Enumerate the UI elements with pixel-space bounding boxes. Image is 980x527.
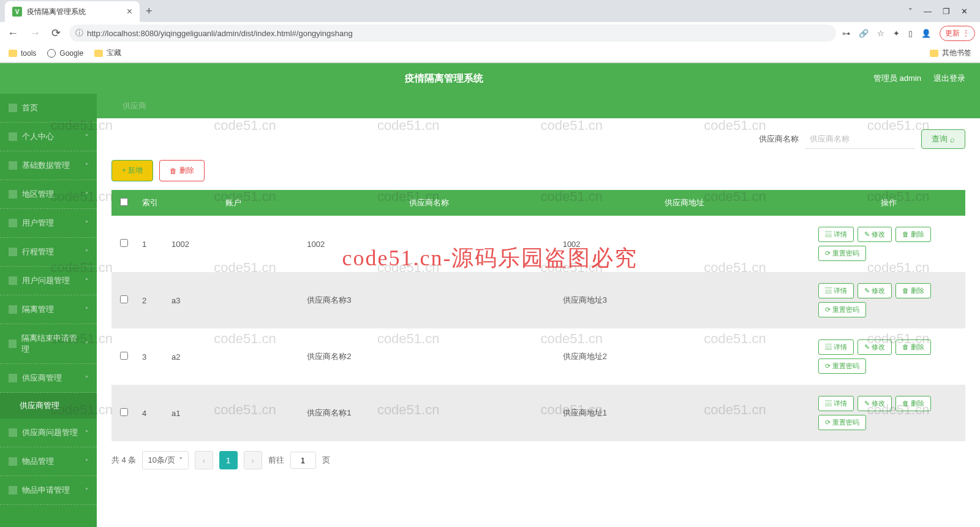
detail-button[interactable]: ▤ 详情 (818, 283, 854, 298)
prev-page-button[interactable]: ‹ (195, 451, 213, 469)
new-tab-button[interactable]: + (140, 5, 159, 18)
user-icon (9, 132, 17, 141)
reload-button[interactable]: ⟳ (49, 26, 63, 40)
sidebar-item-basedata[interactable]: 基础数据管理˅ (0, 151, 97, 180)
bookmark-other[interactable]: 其他书签 (930, 48, 971, 58)
chevron-down-icon: ˅ (85, 458, 88, 465)
box-icon (9, 457, 17, 466)
update-button[interactable]: 更新 ⋮ (940, 26, 975, 41)
row-delete-button[interactable]: 🗑 删除 (895, 227, 931, 242)
content: 供应商 供应商名称 查询⌕ + 新增 🗑删除 索引 账户 供应商名称 供应 (97, 94, 980, 527)
edit-button[interactable]: ✎ 修改 (858, 339, 892, 355)
th-address: 供应商地址 (557, 190, 812, 216)
browser-tab[interactable]: V 疫情隔离管理系统 × (5, 1, 140, 22)
pager-total: 共 4 条 (111, 455, 136, 466)
extension-icon[interactable]: ✦ (893, 29, 900, 38)
search-input[interactable] (805, 129, 915, 149)
user-label[interactable]: 管理员 admin (873, 73, 921, 84)
map-icon (9, 190, 17, 199)
edit-button[interactable]: ✎ 修改 (858, 283, 892, 298)
table-row: 2 a3 供应商名称3 供应商地址3 ▤ 详情 ✎ 修改 🗑 删除 ⟳ 重置密码 (111, 272, 965, 328)
sidebar-item-supplier[interactable]: 供应商管理˄ (0, 364, 97, 393)
back-button[interactable]: ← (5, 27, 21, 40)
reset-password-button[interactable]: ⟳ 重置密码 (818, 358, 866, 374)
delete-button[interactable]: 🗑删除 (159, 160, 205, 181)
th-name: 供应商名称 (301, 190, 556, 216)
sidebar-item-userq[interactable]: 用户问题管理˅ (0, 267, 97, 295)
bookmark-google[interactable]: Google (47, 49, 83, 58)
goto-input[interactable] (290, 452, 316, 469)
row-delete-button[interactable]: 🗑 删除 (895, 396, 931, 411)
page-unit: 页 (322, 455, 330, 466)
check-icon (9, 339, 17, 348)
bookmark-baozang[interactable]: 宝藏 (94, 48, 121, 58)
chevron-down-icon: ˅ (85, 278, 88, 284)
reset-password-button[interactable]: ⟳ 重置密码 (818, 415, 866, 430)
users-icon (9, 219, 17, 227)
star-icon[interactable]: ☆ (877, 29, 884, 38)
cell-account: 1002 (165, 216, 301, 272)
globe-icon (47, 49, 56, 58)
query-button[interactable]: 查询⌕ (921, 129, 965, 149)
row-checkbox[interactable] (120, 352, 128, 360)
cell-address: 1002 (557, 216, 812, 272)
edit-button[interactable]: ✎ 修改 (858, 396, 892, 411)
row-delete-button[interactable]: 🗑 删除 (895, 283, 931, 298)
bookmarks-bar: tools Google 宝藏 其他书签 (0, 44, 980, 63)
panel: 供应商名称 查询⌕ + 新增 🗑删除 索引 账户 供应商名称 供应商地址 操作 (97, 118, 980, 527)
detail-button[interactable]: ▤ 详情 (818, 396, 854, 411)
reset-password-button[interactable]: ⟳ 重置密码 (818, 246, 866, 261)
reset-password-button[interactable]: ⟳ 重置密码 (818, 302, 866, 317)
sidebar-item-travel[interactable]: 行程管理˅ (0, 238, 97, 267)
cell-index: 4 (136, 385, 165, 441)
checkbox-all[interactable] (120, 198, 128, 206)
vue-icon: V (12, 7, 22, 17)
row-delete-button[interactable]: 🗑 删除 (895, 339, 931, 355)
info-icon[interactable]: ⓘ (75, 28, 83, 39)
close-tab-icon[interactable]: × (127, 6, 132, 17)
address-bar[interactable]: ⓘ http://localhost:8080/yiqinggeliguanli… (69, 25, 836, 42)
breadcrumb: 供应商 (97, 94, 980, 118)
sidebar-item-itemapply[interactable]: 物品申请管理˅ (0, 476, 97, 505)
sidebar-sub-supplier[interactable]: 供应商管理 (0, 393, 97, 419)
url-text: http://localhost:8080/yiqinggeliguanli/a… (87, 29, 353, 38)
minimize-icon[interactable]: — (924, 7, 932, 16)
sidebar-item-region[interactable]: 地区管理˅ (0, 180, 97, 209)
trash-icon: 🗑 (170, 167, 177, 175)
edit-button[interactable]: ✎ 修改 (858, 227, 892, 242)
logout-button[interactable]: 退出登录 (933, 73, 965, 84)
search-label: 供应商名称 (759, 134, 799, 145)
cell-address: 供应商地址1 (557, 385, 812, 441)
detail-button[interactable]: ▤ 详情 (818, 227, 854, 242)
table-row: 3 a2 供应商名称2 供应商地址2 ▤ 详情 ✎ 修改 🗑 删除 ⟳ 重置密码 (111, 328, 965, 385)
sidebar-item-isolateend[interactable]: 隔离结束申请管理˅ (0, 324, 97, 364)
add-button[interactable]: + 新增 (111, 160, 153, 181)
row-checkbox[interactable] (120, 295, 128, 303)
sidebar-item-profile[interactable]: 个人中心˅ (0, 123, 97, 151)
next-page-button[interactable]: › (244, 451, 262, 469)
sidebar-item-users[interactable]: 用户管理˅ (0, 209, 97, 238)
row-checkbox[interactable] (120, 408, 128, 416)
key-icon[interactable]: ⊶ (842, 29, 850, 38)
sidebar-item-item[interactable]: 物品管理˅ (0, 447, 97, 476)
chevron-down-icon[interactable]: ˅ (908, 7, 913, 16)
link-icon[interactable]: 🔗 (859, 29, 869, 38)
th-checkbox[interactable] (111, 190, 136, 216)
bookmark-tools[interactable]: tools (9, 49, 36, 58)
row-checkbox[interactable] (120, 239, 128, 247)
cell-address: 供应商地址3 (557, 272, 812, 328)
page-size-select[interactable]: 10条/页 ˅ (142, 451, 188, 469)
page-1-button[interactable]: 1 (219, 451, 238, 469)
profile-icon[interactable]: 👤 (921, 29, 931, 38)
folder-icon (930, 50, 938, 57)
sidebar-item-supplierq[interactable]: 供应商问题管理˅ (0, 419, 97, 447)
sidebar-item-isolate[interactable]: 隔离管理˅ (0, 295, 97, 324)
panel-icon[interactable]: ▯ (908, 29, 913, 38)
chevron-down-icon: ˅ (85, 134, 88, 140)
th-index: 索引 (136, 190, 165, 216)
forward-button[interactable]: → (27, 27, 43, 40)
close-icon[interactable]: ✕ (961, 7, 968, 16)
detail-button[interactable]: ▤ 详情 (818, 339, 854, 355)
maximize-icon[interactable]: ❐ (943, 7, 950, 16)
sidebar-item-home[interactable]: 首页 (0, 94, 97, 123)
